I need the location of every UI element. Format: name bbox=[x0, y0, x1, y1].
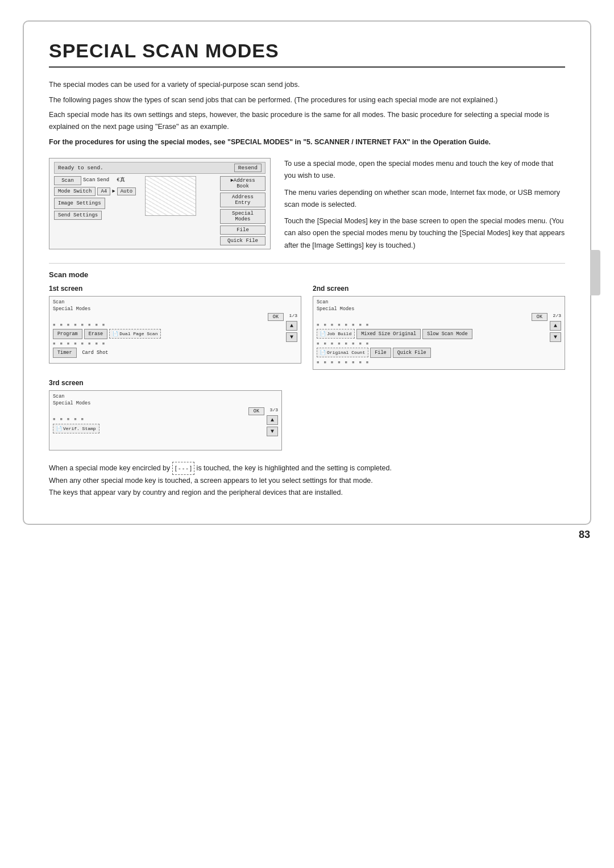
card-shot-label: Card Shot bbox=[78, 348, 113, 357]
intro-p4: For the procedures for using the special… bbox=[49, 136, 565, 148]
screen1-page: 1/3 bbox=[286, 313, 297, 318]
screen2-dots-bot: ■ ■ ■ ■ ■ ■ ■ ■ bbox=[317, 360, 547, 365]
screen1-btns-row1: Program Erase 📄 Dual Page Scan bbox=[53, 329, 284, 339]
dual-page-scan-btn: 📄 Dual Page Scan bbox=[109, 329, 161, 339]
address-book-btn: ►Address Book bbox=[220, 176, 265, 191]
file-btn: File bbox=[220, 226, 265, 235]
screen-3-mockup: Scan Special Modes OK ■ ■ ■ ■ ■ bbox=[49, 390, 282, 450]
slow-scan-btn: Slow Scan Mode bbox=[422, 329, 472, 339]
screen2-btns-row2: 📄 Original Count File Quick File bbox=[317, 348, 547, 358]
job-build-btn: 📄 Job Build bbox=[317, 329, 355, 339]
right-p2: The menu varies depending on whether sca… bbox=[284, 187, 565, 211]
screen-1-block: 1st screen Scan Special Modes OK bbox=[49, 285, 301, 370]
screen-1-label: 1st screen bbox=[49, 285, 301, 293]
image-settings-btn: Image Settings bbox=[54, 198, 105, 209]
screen-2-mockup: Scan Special Modes OK ■ ■ ■ ■ ■ ■ ■ ■ bbox=[313, 296, 565, 370]
scan-mode-title: Scan mode bbox=[49, 270, 565, 279]
screen2-ok-btn: OK bbox=[532, 313, 547, 321]
screen2-down-arrow: ▼ bbox=[550, 332, 561, 342]
scanner-resend-btn: Resend bbox=[234, 164, 262, 172]
sidebar-tab bbox=[590, 250, 600, 295]
original-count-btn: 📄 Original Count bbox=[317, 348, 368, 357]
screen1-up-arrow: ▲ bbox=[286, 321, 297, 331]
screen3-up-arrow: ▲ bbox=[267, 415, 278, 425]
screen1-ok-row: OK bbox=[53, 313, 284, 321]
screen3-arrows: 3/3 ▲ ▼ bbox=[267, 407, 278, 436]
screens-row-1-2: 1st screen Scan Special Modes OK bbox=[49, 285, 565, 370]
screen3-page: 3/3 bbox=[267, 407, 278, 412]
screen2-header2: Special Modes bbox=[317, 306, 561, 312]
screen1-header1: Scan bbox=[53, 299, 297, 305]
a4-indicator: A4 bbox=[97, 187, 110, 195]
bottom-notes: When a special mode key encircled by [ -… bbox=[49, 462, 565, 499]
divider bbox=[49, 263, 565, 264]
scan-label2: Scan bbox=[83, 176, 96, 185]
arrow-icon: ► bbox=[112, 189, 115, 194]
screen1-dots-mid: ■ ■ ■ ■ ■ ■ ■ ■ bbox=[53, 341, 284, 346]
screen-3-label: 3rd screen bbox=[49, 379, 282, 387]
screen2-dots-top: ■ ■ ■ ■ ■ ■ ■ ■ bbox=[317, 323, 547, 327]
screen2-file-btn: File bbox=[370, 348, 391, 358]
job-build-icon: 📄 bbox=[320, 331, 326, 336]
scan-btn: Scan bbox=[54, 176, 81, 185]
mixed-size-btn: Mixed Size Original bbox=[356, 329, 421, 339]
screen2-dots-mid: ■ ■ ■ ■ ■ ■ ■ ■ bbox=[317, 341, 547, 346]
screen3-spacer-right bbox=[293, 379, 565, 450]
right-p3: Touch the [Special Modes] key in the bas… bbox=[284, 215, 565, 252]
screen2-quick-file-btn: Quick File bbox=[393, 348, 431, 358]
screen-1-mockup: Scan Special Modes OK ■ ■ ■ ■ ■ ■ ■ ■ bbox=[49, 296, 301, 364]
scan-mode-section: Scan mode 1st screen Scan Special Modes … bbox=[49, 270, 565, 450]
screen1-dots-top: ■ ■ ■ ■ ■ ■ ■ ■ bbox=[53, 323, 284, 327]
screens-row-3: 3rd screen Scan Special Modes OK ■ ■ ■ ■… bbox=[49, 379, 565, 450]
description-area: To use a special mode, open the special … bbox=[284, 158, 565, 252]
verif-stamp-btn: 📄 Verif. Stamp bbox=[53, 424, 99, 433]
screen3-content: OK ■ ■ ■ ■ ■ 📄 Verif. Stamp bbox=[53, 407, 264, 447]
intro-p2: The following pages show the types of sc… bbox=[49, 94, 565, 106]
intro-p1: The special modes can be used for a vari… bbox=[49, 79, 565, 91]
fax-icon: €真 bbox=[117, 176, 125, 185]
screen1-btns-row2: Timer Card Shot bbox=[53, 348, 284, 358]
scanner-status: Ready to send. bbox=[58, 165, 103, 171]
screen1-arrows: 1/3 ▲ ▼ bbox=[286, 313, 297, 342]
address-entry-btn: Address Entry bbox=[220, 193, 265, 207]
send-label: Send bbox=[97, 176, 110, 185]
page-title: SPECIAL SCAN MODES bbox=[49, 40, 565, 68]
screen-3-block: 3rd screen Scan Special Modes OK ■ ■ ■ ■… bbox=[49, 379, 282, 450]
screen3-header2: Special Modes bbox=[53, 400, 278, 406]
screen3-ok-row: OK bbox=[53, 407, 264, 415]
send-settings-btn: Send Settings bbox=[54, 211, 102, 220]
screen3-header1: Scan bbox=[53, 394, 278, 399]
bottom-p1: When a special mode key encircled by [ -… bbox=[49, 462, 565, 475]
screen1-down-arrow: ▼ bbox=[286, 332, 297, 342]
screen3-inner: OK ■ ■ ■ ■ ■ 📄 Verif. Stamp bbox=[53, 407, 278, 447]
screen2-arrows: 2/3 ▲ ▼ bbox=[550, 313, 561, 342]
screen2-inner: OK ■ ■ ■ ■ ■ ■ ■ ■ 📄 Job Build bbox=[317, 313, 561, 366]
special-modes-btn: Special Modes bbox=[220, 209, 265, 224]
scan-preview bbox=[145, 176, 196, 216]
screen2-ok-row: OK bbox=[317, 313, 547, 321]
screen2-content: OK ■ ■ ■ ■ ■ ■ ■ ■ 📄 Job Build bbox=[317, 313, 547, 366]
program-btn: Program bbox=[53, 329, 82, 339]
bottom-p2: When any other special mode key is touch… bbox=[49, 475, 565, 487]
screen1-header2: Special Modes bbox=[53, 306, 297, 312]
side-buttons: ►Address Book Address Entry Special Mode… bbox=[220, 176, 265, 245]
screen2-header1: Scan bbox=[317, 299, 561, 305]
screen3-dots-top: ■ ■ ■ ■ ■ bbox=[53, 417, 264, 422]
quick-file-btn: Quick File bbox=[220, 236, 265, 245]
screen3-btns-row1: 📄 Verif. Stamp bbox=[53, 424, 264, 433]
screen-2-label: 2nd screen bbox=[313, 285, 565, 293]
page-number: 83 bbox=[579, 529, 590, 541]
screen1-content: OK ■ ■ ■ ■ ■ ■ ■ ■ Program Erase bbox=[53, 313, 284, 360]
dashed-symbol: [ - - - ] bbox=[172, 462, 194, 475]
screen2-btns-row1: 📄 Job Build Mixed Size Original Slow Sca… bbox=[317, 329, 547, 339]
bottom-p3: The keys that appear vary by country and… bbox=[49, 487, 565, 499]
intro-p3: Each special mode has its own settings a… bbox=[49, 109, 565, 132]
screen2-up-arrow: ▲ bbox=[550, 321, 561, 331]
right-p1: To use a special mode, open the special … bbox=[284, 158, 565, 182]
scanner-mockup-area: Ready to send. Resend Scan Scan Send €真 bbox=[49, 158, 271, 252]
timer-btn: Timer bbox=[53, 348, 77, 358]
scanner-ui: Ready to send. Resend Scan Scan Send €真 bbox=[49, 158, 271, 249]
dual-page-icon: 📄 bbox=[113, 331, 118, 336]
screen-2-block: 2nd screen Scan Special Modes OK ■ ■ ■ ■… bbox=[313, 285, 565, 370]
auto-indicator: Auto bbox=[117, 187, 136, 195]
